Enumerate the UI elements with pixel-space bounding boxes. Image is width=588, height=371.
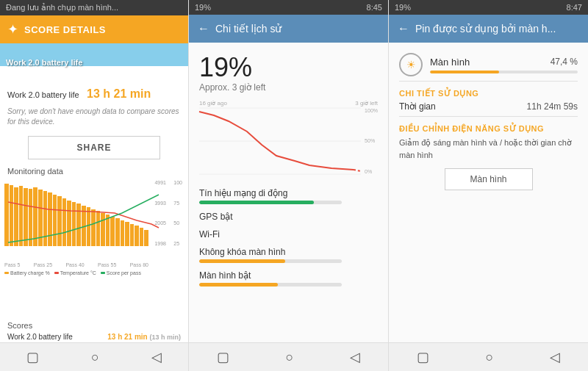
panel1-monitoring-label: Monitoring data [0, 162, 188, 177]
panel1-scores-label: Scores [0, 318, 188, 331]
panel2-item-gps-label: GPS bật [199, 212, 378, 222]
panel1-hero: Work 2.0 battery life [0, 43, 188, 82]
detail-time-row: Thời gian 11h 24m 59s [399, 101, 578, 112]
panel2-item-screen: Màn hình bật [199, 270, 378, 287]
panel3-nav-square-icon[interactable]: ▢ [417, 349, 429, 365]
panel1-chart: 100 75 50 25 4991 3993 2005 1998 [0, 177, 188, 318]
chart-x-labels: Pass 5 Pass 25 Pass 40 Pass 55 Pass 80 [4, 261, 184, 269]
panel3-header: ← Pin được sử dụng bởi màn h... [389, 15, 588, 43]
legend-item-score: Score per pass [101, 270, 141, 275]
panel3-navbar: ▢ ○ ◁ [389, 342, 588, 371]
panel1-note: Sorry, we don't have enough data to comp… [0, 104, 188, 133]
panel2-topbar: 19% 8:45 [189, 0, 388, 15]
divider1 [399, 81, 578, 82]
legend-dot-score [101, 272, 105, 274]
section-title-usage: CHI TIẾT SỬ DỤNG [399, 89, 578, 98]
panel3-screen-bar [430, 71, 499, 73]
panel2-item-signal-bar [199, 201, 314, 204]
panel2-item-screen-bar-container [199, 283, 342, 287]
panel1-header-title: SCORE DETAILS [24, 24, 106, 35]
panel1-result-label: Work 2.0 battery life [7, 90, 79, 99]
star-icon: ✦ [7, 21, 18, 37]
panel3-header-title: Pin được sử dụng bởi màn h... [415, 23, 556, 35]
panel3-screen-item-row: ☀ Màn hình 47,4 % [399, 53, 578, 76]
legend-label-score: Score per pass [107, 270, 141, 275]
suggestion-text: Giảm độ sáng màn hình và / hoặc thời gia… [399, 137, 578, 161]
panel1-topbar: Đang lưu ảnh chụp màn hình... [0, 0, 188, 15]
panel1-result-value: 13 h 21 min [87, 87, 151, 100]
panel1-hero-text: Work 2.0 battery life [6, 58, 82, 67]
panel3-screen-info: Màn hình 47,4 % [430, 57, 578, 73]
panel3-nav-circle-icon[interactable]: ○ [486, 350, 494, 365]
panel3-topbar: 19% 8:47 [389, 0, 588, 15]
panel2-header: ← Chi tiết lịch sử [189, 15, 388, 43]
legend-item-battery: Battery charge % [4, 270, 50, 275]
panel2-item-signal-label: Tín hiệu mạng di động [199, 188, 378, 198]
nav-circle-icon[interactable]: ○ [91, 350, 99, 365]
divider2 [399, 116, 578, 117]
panel-battery-screen: 19% 8:47 ← Pin được sử dụng bởi màn h...… [388, 0, 588, 371]
panel2-percent: 19% [199, 53, 378, 82]
panel1-score-row: Work 2.0 battery life 13 h 21 min (13 h … [0, 331, 188, 342]
panel2-graph: 16 giờ ago 3 giờ left 100% 50% 0% [199, 100, 378, 181]
legend-label-battery: Battery charge % [10, 270, 50, 275]
panel2-topbar-time: 8:45 [367, 3, 382, 12]
panel2-item-signal-bar-container [199, 201, 342, 204]
panel2-item-gps: GPS bật [199, 212, 378, 222]
panel2-item-screen-bar [199, 283, 278, 287]
panel3-body: ☀ Màn hình 47,4 % CHI TIẾT SỬ DỤNG Thời … [389, 43, 588, 342]
legend-dot-battery [4, 272, 9, 274]
panel2-items: Tín hiệu mạng di động GPS bật Wi-Fi Khôn… [199, 188, 378, 287]
panel1-navbar: ▢ ○ ◁ [0, 342, 188, 371]
panel2-item-wifi-label: Wi-Fi [199, 229, 378, 239]
legend-dot-temp [54, 272, 59, 274]
panel-score-details: Đang lưu ảnh chụp màn hình... ✦ SCORE DE… [0, 0, 188, 371]
detail-time-value: 11h 24m 59s [527, 101, 578, 112]
chart-legend: Battery charge % Temperature °C Score pe… [4, 269, 184, 277]
panel3-topbar-percent: 19% [395, 3, 411, 12]
panel3-screen-bar-container [430, 71, 578, 73]
battery-curve-svg [199, 108, 361, 174]
panel2-item-signal: Tín hiệu mạng di động [199, 188, 378, 204]
score-row-label: Work 2.0 battery life [7, 333, 73, 341]
panel3-screen-button[interactable]: Màn hình [445, 168, 533, 190]
panel2-header-title: Chi tiết lịch sử [215, 23, 282, 35]
panel3-screen-name: Màn hình [430, 57, 470, 68]
legend-label-temp: Temperature °C [60, 270, 96, 275]
panel2-item-unlock: Không khóa màn hình [199, 247, 378, 263]
share-button[interactable]: SHARE [28, 136, 160, 159]
panel-battery-history: 19% 8:45 ← Chi tiết lịch sử 19% Approx. … [188, 0, 388, 371]
panel2-item-wifi: Wi-Fi [199, 229, 378, 239]
panel2-item-unlock-bar [199, 259, 285, 263]
legend-item-temp: Temperature °C [54, 270, 96, 275]
panel2-nav-circle-icon[interactable]: ○ [286, 350, 294, 365]
section-title-adjust: ĐIỀU CHỈNH ĐIỆN NĂNG SỬ DỤNG [399, 124, 578, 134]
panel2-approx: Approx. 3 giờ left [199, 82, 378, 93]
graph-label-right: 3 giờ left [355, 100, 378, 107]
panel1-result: Work 2.0 battery life 13 h 21 min [0, 82, 188, 104]
panel2-body: 19% Approx. 3 giờ left 16 giờ ago 3 giờ … [189, 43, 388, 342]
panel3-topbar-time: 8:47 [567, 3, 582, 12]
panel2-item-unlock-label: Không khóa màn hình [199, 247, 378, 257]
panel2-topbar-percent: 19% [195, 3, 211, 12]
back-arrow-icon[interactable]: ← [198, 22, 209, 35]
screen-icon: ☀ [399, 53, 423, 76]
score-row-value: 13 h 21 min (13 h min) [107, 333, 181, 341]
chart-area: 100 75 50 25 4991 3993 2005 1998 [4, 180, 184, 261]
chart-line-svg [4, 180, 148, 246]
chart-y-labels: 100 75 50 25 [173, 180, 182, 246]
panel3-back-arrow-icon[interactable]: ← [398, 22, 409, 35]
panel3-nav-back-icon[interactable]: ◁ [550, 349, 560, 365]
panel3-screen-percent: 47,4 % [551, 57, 578, 67]
nav-square-icon[interactable]: ▢ [26, 349, 39, 365]
detail-time-label: Thời gian [399, 101, 436, 112]
panel2-item-unlock-bar-container [199, 259, 342, 263]
panel2-nav-square-icon[interactable]: ▢ [217, 349, 229, 365]
panel2-navbar: ▢ ○ ◁ [189, 342, 388, 371]
panel1-header: ✦ SCORE DETAILS [0, 15, 188, 43]
nav-back-icon[interactable]: ◁ [151, 349, 162, 365]
panel2-item-screen-label: Màn hình bật [199, 270, 378, 281]
panel1-topbar-text: Đang lưu ảnh chụp màn hình... [6, 3, 118, 12]
graph-label-left: 16 giờ ago [199, 100, 227, 107]
panel2-nav-back-icon[interactable]: ◁ [350, 349, 360, 365]
